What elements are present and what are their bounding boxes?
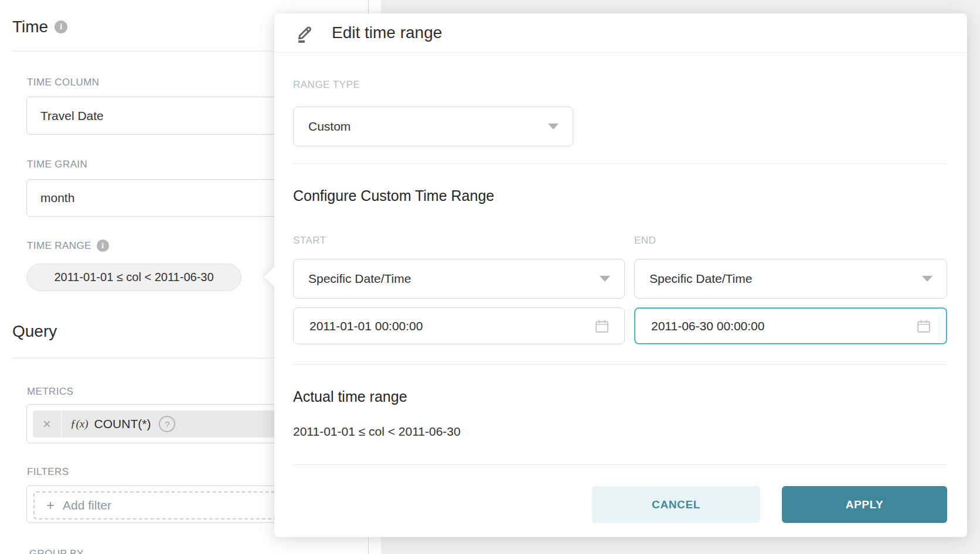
end-datetime-input[interactable]: 2011-06-30 00:00:00 (634, 307, 947, 344)
end-type-select[interactable]: Specific Date/Time (634, 259, 947, 299)
edit-icon (294, 22, 316, 44)
caret-down-icon (600, 276, 610, 282)
popover-title: Edit time range (332, 23, 442, 42)
start-datetime-input[interactable]: 2011-01-01 00:00:00 (293, 307, 625, 344)
info-icon[interactable]: i (97, 240, 109, 252)
apply-button[interactable]: APPLY (782, 486, 947, 523)
start-datetime-value: 2011-01-01 00:00:00 (309, 319, 423, 333)
time-grain-value: month (40, 191, 74, 205)
divider (293, 464, 947, 465)
cancel-button[interactable]: CANCEL (592, 486, 760, 523)
range-type-label: RANGE TYPE (293, 79, 360, 91)
time-grain-label: TIME GRAIN (27, 159, 87, 170)
filters-label: FILTERS (27, 466, 69, 478)
time-section-title: Time i (12, 18, 67, 36)
start-type-value: Specific Date/Time (308, 272, 411, 286)
time-section-label: Time (12, 18, 48, 36)
edit-time-range-popover: Edit time range RANGE TYPE Custom Config… (274, 13, 967, 537)
time-range-label: TIME RANGE i (27, 240, 109, 252)
start-label: START (293, 235, 326, 247)
metrics-label: METRICS (27, 386, 73, 398)
metric-name: COUNT(*) (94, 417, 151, 431)
query-section-title: Query (12, 322, 57, 341)
divider (293, 163, 947, 164)
caret-down-icon (922, 276, 933, 282)
time-range-pill[interactable]: 2011-01-01 ≤ col < 2011-06-30 (26, 264, 241, 291)
popover-arrow (264, 266, 285, 287)
info-icon[interactable]: i (55, 20, 67, 33)
plus-icon: + (46, 498, 55, 512)
start-type-select[interactable]: Specific Date/Time (293, 259, 625, 299)
divider (293, 364, 947, 365)
configure-heading: Configure Custom Time Range (293, 187, 494, 204)
help-icon[interactable]: ? (159, 416, 175, 432)
range-type-select[interactable]: Custom (293, 107, 573, 146)
add-filter-label: Add filter (63, 498, 111, 512)
calendar-icon[interactable] (916, 318, 932, 334)
calendar-icon[interactable] (594, 318, 610, 334)
actual-time-range-heading: Actual time range (293, 388, 407, 405)
time-column-label: TIME COLUMN (27, 77, 99, 88)
end-type-value: Specific Date/Time (649, 272, 752, 286)
end-label: END (634, 235, 656, 247)
function-icon: ƒ(x) (70, 418, 89, 430)
time-range-pill-value: 2011-01-01 ≤ col < 2011-06-30 (54, 271, 213, 284)
query-section-label: Query (12, 322, 57, 341)
range-type-value: Custom (308, 119, 351, 134)
popover-header: Edit time range (274, 13, 967, 53)
end-datetime-value: 2011-06-30 00:00:00 (651, 319, 764, 333)
time-column-value: Travel Date (40, 109, 104, 123)
close-icon[interactable]: × (33, 411, 62, 437)
group-by-label: GROUP BY (29, 548, 84, 554)
time-range-label-text: TIME RANGE (27, 240, 91, 252)
actual-time-range-value: 2011-01-01 ≤ col < 2011-06-30 (293, 425, 461, 439)
caret-down-icon (548, 124, 559, 129)
